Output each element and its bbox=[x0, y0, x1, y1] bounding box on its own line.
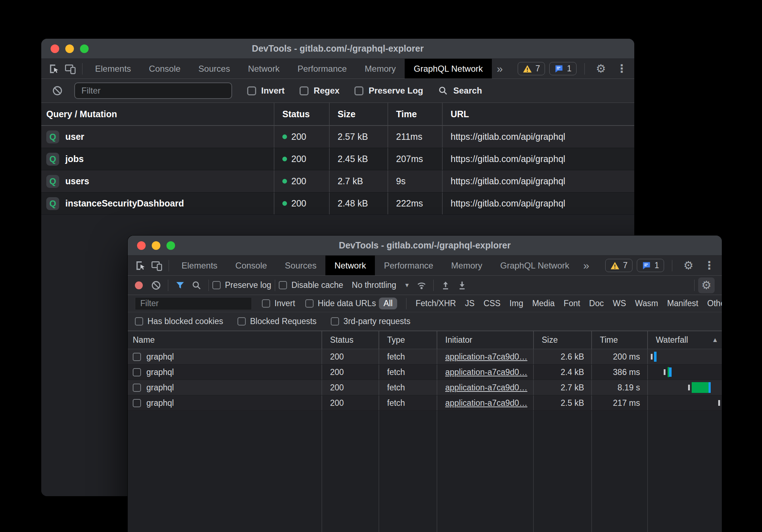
record-button[interactable] bbox=[135, 281, 143, 289]
preserve-log-option[interactable]: Preserve Log bbox=[354, 86, 423, 96]
network-conditions-button[interactable] bbox=[413, 280, 430, 291]
filter-toggle-button[interactable] bbox=[172, 280, 188, 290]
more-tabs-icon[interactable]: » bbox=[578, 256, 594, 275]
network-filter-input[interactable] bbox=[135, 297, 252, 310]
table-row[interactable]: Q user 200 2.57 kB 211ms https://gitlab.… bbox=[41, 126, 634, 148]
column-header-size[interactable]: Size bbox=[329, 103, 387, 125]
table-row[interactable]: graphql 200 fetch application-a7ca9d0… 2… bbox=[128, 365, 722, 380]
initiator-link[interactable]: application-a7ca9d0… bbox=[445, 352, 527, 362]
more-options-button[interactable]: ⋮ bbox=[613, 63, 630, 74]
minimize-button[interactable] bbox=[152, 241, 160, 250]
column-header-waterfall[interactable]: Waterfall ▲ bbox=[647, 331, 722, 349]
column-header-time[interactable]: Time bbox=[387, 103, 442, 125]
tab-elements[interactable]: Elements bbox=[173, 256, 226, 275]
tab-network[interactable]: Network bbox=[325, 256, 375, 275]
preserve-log-option[interactable]: Preserve log bbox=[212, 280, 271, 290]
filter-chip-ws[interactable]: WS bbox=[613, 299, 626, 308]
import-har-button[interactable] bbox=[437, 280, 454, 290]
table-row[interactable]: graphql 200 fetch application-a7ca9d0… 2… bbox=[128, 395, 722, 411]
zoom-button[interactable] bbox=[80, 44, 89, 53]
throttling-dropdown[interactable]: No throttling ▼ bbox=[352, 280, 410, 290]
preserve-log-checkbox[interactable] bbox=[354, 86, 363, 95]
filter-chip-other[interactable]: Other bbox=[707, 299, 722, 308]
tab-console[interactable]: Console bbox=[226, 256, 276, 275]
search-network-button[interactable] bbox=[188, 280, 205, 290]
filter-chip-fetch-xhr[interactable]: Fetch/XHR bbox=[415, 299, 456, 308]
filter-chip-js[interactable]: JS bbox=[465, 299, 475, 308]
filter-chip-media[interactable]: Media bbox=[532, 299, 555, 308]
filter-chip-doc[interactable]: Doc bbox=[589, 299, 604, 308]
regex-option[interactable]: Regex bbox=[300, 86, 339, 96]
table-row[interactable]: Q instanceSecurityDashboard 200 2.48 kB … bbox=[41, 193, 634, 215]
tab-graphql-network[interactable]: GraphQL Network bbox=[491, 256, 578, 275]
inspect-element-button[interactable] bbox=[132, 256, 149, 275]
row-checkbox[interactable] bbox=[133, 384, 141, 392]
invert-option[interactable]: Invert bbox=[262, 299, 295, 308]
network-settings-button[interactable]: ⚙ bbox=[698, 277, 715, 293]
issues-badge[interactable]: 1 bbox=[637, 259, 664, 272]
column-header-url[interactable]: URL bbox=[442, 103, 634, 125]
filter-chip-all[interactable]: All bbox=[379, 298, 398, 309]
hide-data-urls-option[interactable]: Hide data URLs bbox=[305, 299, 376, 308]
invert-option[interactable]: Invert bbox=[247, 86, 284, 96]
settings-button[interactable]: ⚙ bbox=[593, 63, 609, 74]
titlebar[interactable]: DevTools - gitlab.com/-/graphql-explorer bbox=[41, 39, 634, 59]
tab-network[interactable]: Network bbox=[239, 59, 288, 79]
device-toolbar-button[interactable] bbox=[149, 256, 165, 275]
titlebar[interactable]: DevTools - gitlab.com/-/graphql-explorer bbox=[128, 236, 722, 256]
warnings-badge[interactable]: 7 bbox=[518, 62, 545, 75]
filter-chip-wasm[interactable]: Wasm bbox=[635, 299, 658, 308]
zoom-button[interactable] bbox=[166, 241, 175, 250]
more-options-button[interactable]: ⋮ bbox=[701, 260, 718, 271]
tab-performance[interactable]: Performance bbox=[375, 256, 442, 275]
invert-checkbox[interactable] bbox=[247, 86, 256, 95]
close-button[interactable] bbox=[137, 241, 146, 250]
settings-button[interactable]: ⚙ bbox=[680, 260, 697, 271]
initiator-link[interactable]: application-a7ca9d0… bbox=[445, 367, 527, 377]
row-checkbox[interactable] bbox=[133, 368, 141, 376]
tab-sources[interactable]: Sources bbox=[276, 256, 325, 275]
column-header-status[interactable]: Status bbox=[321, 331, 378, 349]
disable-cache-option[interactable]: Disable cache bbox=[279, 280, 343, 290]
table-row[interactable]: graphql 200 fetch application-a7ca9d0… 2… bbox=[128, 380, 722, 395]
column-header-query-mutation[interactable]: Query / Mutation bbox=[41, 103, 274, 125]
preserve-log-checkbox[interactable] bbox=[212, 281, 221, 289]
disable-cache-checkbox[interactable] bbox=[279, 281, 287, 289]
column-header-name[interactable]: Name bbox=[128, 331, 321, 349]
more-tabs-icon[interactable]: » bbox=[492, 59, 508, 79]
has-blocked-cookies-option[interactable]: Has blocked cookies bbox=[135, 317, 223, 326]
clear-button[interactable] bbox=[49, 85, 66, 96]
has-blocked-cookies-checkbox[interactable] bbox=[135, 317, 143, 326]
third-party-requests-checkbox[interactable] bbox=[331, 317, 339, 326]
regex-checkbox[interactable] bbox=[300, 86, 309, 95]
column-header-status[interactable]: Status bbox=[274, 103, 329, 125]
column-header-initiator[interactable]: Initiator bbox=[437, 331, 533, 349]
column-header-size[interactable]: Size bbox=[533, 331, 591, 349]
column-header-type[interactable]: Type bbox=[378, 331, 437, 349]
hide-data-urls-checkbox[interactable] bbox=[305, 299, 314, 308]
device-toolbar-button[interactable] bbox=[62, 59, 79, 79]
tab-elements[interactable]: Elements bbox=[86, 59, 140, 79]
issues-badge[interactable]: 1 bbox=[549, 62, 577, 75]
clear-network-log-button[interactable] bbox=[148, 280, 164, 290]
filter-input[interactable] bbox=[74, 82, 232, 99]
table-row[interactable]: graphql 200 fetch application-a7ca9d0… 2… bbox=[128, 349, 722, 365]
close-button[interactable] bbox=[51, 44, 59, 53]
export-har-button[interactable] bbox=[454, 280, 470, 290]
blocked-requests-checkbox[interactable] bbox=[237, 317, 246, 326]
filter-chip-manifest[interactable]: Manifest bbox=[667, 299, 698, 308]
initiator-link[interactable]: application-a7ca9d0… bbox=[445, 383, 527, 393]
tab-performance[interactable]: Performance bbox=[288, 59, 356, 79]
table-row[interactable]: Q users 200 2.7 kB 9s https://gitlab.com… bbox=[41, 170, 634, 193]
column-header-time[interactable]: Time bbox=[591, 331, 647, 349]
invert-checkbox[interactable] bbox=[262, 299, 270, 308]
minimize-button[interactable] bbox=[65, 44, 74, 53]
row-checkbox[interactable] bbox=[133, 399, 141, 407]
blocked-requests-option[interactable]: Blocked Requests bbox=[237, 317, 316, 326]
inspect-element-button[interactable] bbox=[46, 59, 62, 79]
table-row[interactable]: Q jobs 200 2.45 kB 207ms https://gitlab.… bbox=[41, 148, 634, 170]
tab-graphql-network[interactable]: GraphQL Network bbox=[405, 59, 492, 79]
row-checkbox[interactable] bbox=[133, 353, 141, 361]
tab-console[interactable]: Console bbox=[140, 59, 189, 79]
filter-chip-css[interactable]: CSS bbox=[484, 299, 500, 308]
